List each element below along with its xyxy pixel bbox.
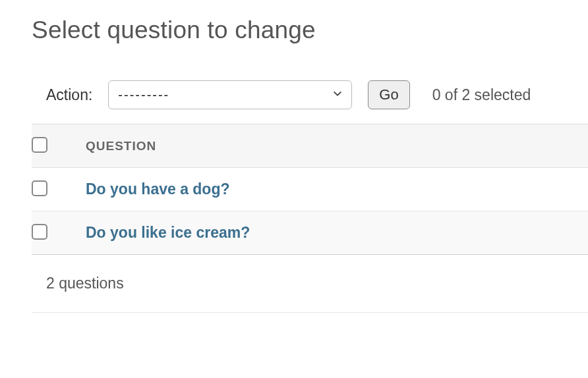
row-checkbox[interactable] [32,180,47,196]
table-row: Do you like ice cream? [32,211,588,255]
selection-count: 0 of 2 selected [432,86,531,104]
action-select[interactable]: --------- [108,80,352,109]
question-link[interactable]: Do you have a dog? [86,180,230,198]
table-header-row: Question [32,124,588,168]
action-select-value: --------- [118,88,169,103]
action-bar: Action: --------- Go 0 of 2 selected [32,80,588,122]
table-row: Do you have a dog? [32,168,588,211]
row-checkbox[interactable] [32,224,47,240]
go-button[interactable]: Go [368,80,409,109]
column-header-question[interactable]: Question [86,124,588,168]
question-table: Question Do you have a dog? Do you like … [32,124,588,255]
action-label: Action: [46,86,92,104]
page-title: Select question to change [32,16,588,44]
row-count: 2 questions [32,255,588,313]
chevron-down-icon [332,88,343,102]
select-all-checkbox[interactable] [32,137,47,153]
question-link[interactable]: Do you like ice cream? [86,224,250,241]
